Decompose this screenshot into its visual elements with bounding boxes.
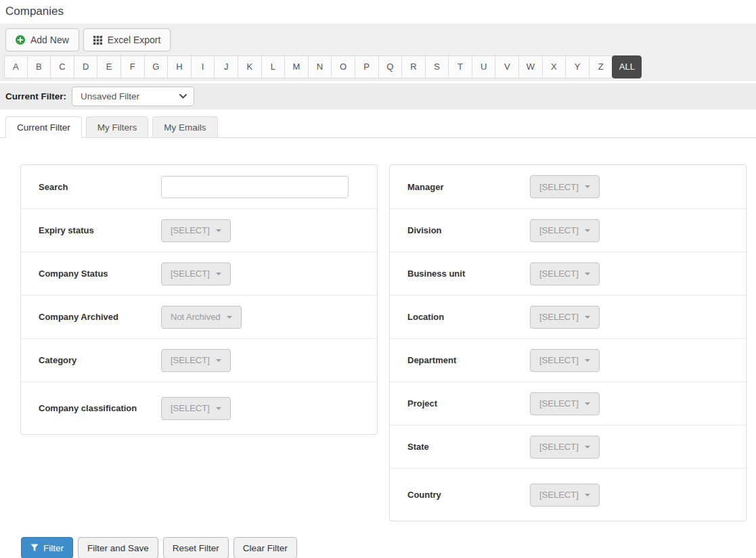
alphabet-letter-q[interactable]: Q [379, 55, 403, 78]
manager-select[interactable]: [SELECT] [530, 175, 600, 198]
alphabet-letter-j[interactable]: J [215, 55, 238, 78]
project-select[interactable]: [SELECT] [530, 392, 600, 415]
toolbar: Add New Excel Export [4, 28, 751, 51]
clear-filter-button[interactable]: Clear Filter [234, 537, 297, 558]
tab-current-filter[interactable]: Current Filter [5, 116, 82, 138]
caret-down-icon [216, 229, 221, 232]
saved-filter-selected-value: Unsaved Filter [81, 91, 139, 101]
company-archived-select[interactable]: Not Archived [161, 306, 242, 329]
division-select[interactable]: [SELECT] [530, 219, 600, 242]
alphabet-letter-e[interactable]: E [97, 55, 121, 78]
filter-row-company-archived: Company Archived Not Archived [21, 295, 377, 338]
category-select[interactable]: [SELECT] [161, 349, 231, 372]
search-input[interactable] [161, 176, 349, 198]
filter-row-department: Department [SELECT] [390, 338, 746, 381]
alphabet-letter-f[interactable]: F [121, 55, 145, 78]
business-unit-select[interactable]: [SELECT] [530, 262, 600, 285]
alphabet-letter-p[interactable]: P [355, 55, 379, 78]
department-label: Department [407, 355, 530, 365]
caret-down-icon [227, 316, 232, 319]
location-select-value: [SELECT] [539, 312, 579, 322]
filter-row-business-unit: Business unit [SELECT] [390, 252, 746, 295]
caret-down-icon [585, 273, 590, 275]
filter-row-expiry-status: Expiry status [SELECT] [21, 208, 377, 252]
manager-select-value: [SELECT] [539, 182, 579, 192]
alphabet-letter-a[interactable]: A [4, 55, 28, 78]
caret-down-icon [216, 407, 221, 410]
alphabet-letter-g[interactable]: G [145, 55, 169, 78]
alphabet-letter-i[interactable]: I [192, 55, 215, 78]
filter-and-save-button[interactable]: Filter and Save [78, 537, 158, 558]
current-filter-label: Current Filter: [5, 91, 66, 101]
country-select[interactable]: [SELECT] [530, 484, 600, 507]
category-label: Category [39, 355, 161, 365]
alphabet-letter-w[interactable]: W [519, 55, 543, 78]
search-label: Search [39, 182, 161, 192]
filter-button-label: Filter [43, 543, 64, 553]
saved-filter-select[interactable]: Unsaved Filter [72, 87, 194, 106]
country-select-value: [SELECT] [539, 490, 579, 500]
caret-down-icon [216, 273, 221, 275]
alphabet-letter-l[interactable]: L [262, 55, 286, 78]
filter-row-country: Country [SELECT] [390, 468, 746, 521]
department-select-value: [SELECT] [539, 355, 579, 365]
project-label: Project [407, 398, 530, 409]
alphabet-letter-o[interactable]: O [332, 55, 355, 78]
alphabet-letter-c[interactable]: C [51, 55, 74, 78]
alphabet-letter-s[interactable]: S [426, 55, 449, 78]
filter-row-company-classification: Company classification [SELECT] [21, 381, 377, 434]
location-select[interactable]: [SELECT] [530, 306, 600, 329]
manager-label: Manager [407, 182, 530, 192]
expiry-status-select[interactable]: [SELECT] [161, 219, 231, 242]
project-select-value: [SELECT] [539, 398, 579, 409]
chevron-down-icon [179, 94, 187, 99]
business-unit-select-value: [SELECT] [539, 269, 579, 279]
filter-row-project: Project [SELECT] [390, 381, 746, 425]
caret-down-icon [585, 185, 590, 188]
state-select-value: [SELECT] [539, 442, 579, 452]
add-new-button[interactable]: Add New [5, 28, 79, 51]
alphabet-letter-m[interactable]: M [285, 55, 309, 78]
reset-filter-button[interactable]: Reset Filter [163, 537, 229, 558]
company-status-select-value: [SELECT] [171, 269, 210, 279]
add-circle-icon [16, 35, 25, 45]
tab-my-emails[interactable]: My Emails [152, 116, 217, 138]
filter-row-division: Division [SELECT] [390, 208, 746, 252]
alphabet-letter-y[interactable]: Y [566, 55, 590, 78]
excel-export-button[interactable]: Excel Export [83, 28, 171, 51]
state-select[interactable]: [SELECT] [530, 436, 600, 459]
add-new-label: Add New [30, 34, 69, 45]
caret-down-icon [585, 229, 590, 232]
alphabet-letter-k[interactable]: K [238, 55, 262, 78]
filter-row-state: State [SELECT] [390, 425, 746, 468]
caret-down-icon [585, 446, 590, 448]
page-title: Companies [0, 0, 756, 24]
alphabet-letter-d[interactable]: D [74, 55, 98, 78]
alphabet-letter-r[interactable]: R [402, 55, 426, 78]
alphabet-letter-b[interactable]: B [28, 55, 51, 78]
filter-row-manager: Manager [SELECT] [390, 165, 746, 208]
alphabet-letter-z[interactable]: Z [590, 55, 613, 78]
alphabet-letter-t[interactable]: T [449, 55, 472, 78]
caret-down-icon [585, 494, 590, 496]
filter-row-search: Search [21, 165, 377, 208]
alphabet-letter-v[interactable]: V [495, 55, 519, 78]
alphabet-letter-n[interactable]: N [309, 55, 332, 78]
expiry-status-label: Expiry status [39, 225, 161, 235]
alphabet-letter-u[interactable]: U [472, 55, 496, 78]
company-status-select[interactable]: [SELECT] [161, 262, 231, 285]
company-classification-select[interactable]: [SELECT] [161, 397, 231, 420]
department-select[interactable]: [SELECT] [530, 349, 600, 372]
company-archived-select-value: Not Archived [171, 312, 221, 322]
business-unit-label: Business unit [407, 269, 530, 279]
state-label: State [407, 442, 530, 452]
alphabet-letter-h[interactable]: H [168, 55, 192, 78]
alphabet-letter-all-active[interactable]: ALL [612, 55, 642, 78]
alphabet-letter-x[interactable]: X [543, 55, 566, 78]
grid-icon [93, 36, 102, 45]
filter-button[interactable]: Filter [21, 537, 73, 558]
tab-my-filters[interactable]: My Filters [86, 116, 149, 138]
current-filter-bar: Current Filter: Unsaved Filter [0, 83, 756, 110]
filter-row-location: Location [SELECT] [390, 295, 746, 338]
company-archived-label: Company Archived [39, 312, 161, 322]
